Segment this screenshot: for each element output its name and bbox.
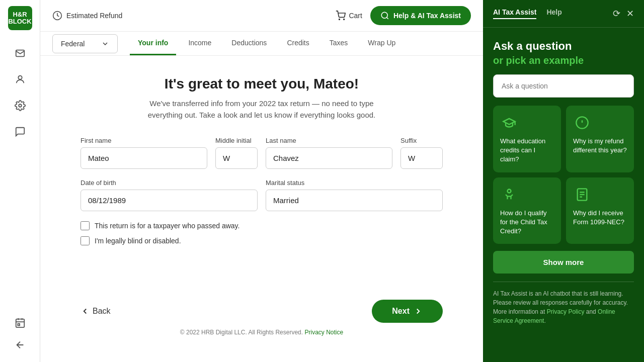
marital-value: Married	[273, 196, 299, 205]
help-ai-button[interactable]: Help & AI Tax Assist	[370, 6, 471, 25]
tab-help[interactable]: Help	[546, 8, 561, 19]
svg-rect-6	[18, 324, 20, 326]
right-panel: AI Tax Assist Help ⟳ ✕ Ask a question or…	[483, 0, 644, 362]
first-name-label: First name	[80, 137, 207, 144]
panel-divider	[493, 282, 634, 282]
next-button[interactable]: Next	[372, 300, 443, 323]
nav-buttons: Back Next	[80, 288, 443, 323]
ask-input[interactable]	[493, 74, 634, 98]
checkbox-blind-disabled[interactable]: I'm legally blind or disabled.	[80, 236, 443, 245]
marital-group: Marital status Married	[266, 179, 443, 211]
tab-credits[interactable]: Credits	[279, 32, 317, 55]
dob-label: Date of birth	[80, 179, 258, 187]
privacy-notice-link[interactable]: Privacy Notice	[304, 329, 343, 336]
graduation-icon	[500, 114, 518, 132]
tab-wrap-up[interactable]: Wrap Up	[360, 32, 404, 55]
collapse-icon[interactable]	[9, 334, 31, 356]
main-content: Estimated Refund Cart Help & AI Tax Assi…	[40, 0, 483, 362]
topbar: Estimated Refund Cart Help & AI Tax Assi…	[40, 0, 483, 32]
checkbox-passed-away-label: This return is for a taxpayer who passed…	[95, 222, 239, 230]
suffix-label: Suffix	[400, 137, 443, 144]
logo[interactable]: H&RBLOCK	[8, 6, 32, 30]
first-name-group: First name	[80, 137, 207, 169]
example-card-child-tax[interactable]: How do I qualify for the Child Tax Credi…	[493, 177, 561, 244]
checkbox-blind-disabled-label: I'm legally blind or disabled.	[95, 237, 181, 245]
page-title: It's great to meet you, Mateo!	[80, 76, 443, 92]
back-button[interactable]: Back	[80, 307, 111, 316]
form-row-name: First name Middle initial Last name Suff…	[80, 137, 443, 169]
marital-select[interactable]: Married	[266, 190, 443, 211]
example-card-child-tax-text: How do I qualify for the Child Tax Credi…	[500, 209, 554, 236]
show-more-button[interactable]: Show more	[493, 251, 634, 274]
estimated-refund: Estimated Refund	[52, 11, 122, 21]
form-row-dob-marital: Date of birth Marital status Married	[80, 179, 443, 211]
suffix-group: Suffix	[400, 137, 443, 169]
example-cards: What education credits can I claim? Why …	[493, 106, 634, 244]
last-name-input[interactable]	[266, 147, 392, 169]
panel-header: AI Tax Assist Help ⟳ ✕	[483, 0, 644, 28]
dob-input[interactable]	[80, 190, 258, 211]
ask-subtitle: or pick an example	[493, 55, 634, 66]
child-icon	[500, 186, 518, 204]
svg-point-10	[381, 12, 387, 18]
sidebar-item-chat[interactable]	[9, 121, 31, 143]
tab-income[interactable]: Income	[180, 32, 219, 55]
example-card-refund[interactable]: Why is my refund different this year?	[566, 106, 634, 172]
nav-tabs: Federal Your info Income Deductions Cred…	[40, 32, 483, 56]
example-card-education-text: What education credits can I claim?	[500, 137, 554, 164]
sidebar: H&RBLOCK	[0, 0, 40, 362]
example-card-1099[interactable]: Why did I receive Form 1099-NEC?	[566, 177, 634, 244]
topbar-actions: Cart Help & AI Tax Assist	[336, 6, 471, 25]
privacy-policy-link[interactable]: Privacy Policy	[547, 308, 585, 315]
middle-initial-group: Middle initial	[215, 137, 258, 169]
page-footer: © 2022 HRB Digital LLC. All Rights Reser…	[80, 323, 443, 342]
svg-point-9	[344, 19, 345, 20]
close-icon[interactable]: ✕	[626, 8, 634, 19]
svg-point-8	[339, 19, 340, 20]
checkbox-blind-disabled-input[interactable]	[80, 236, 90, 245]
middle-initial-input[interactable]	[215, 147, 258, 169]
sidebar-bottom	[9, 312, 31, 356]
checkbox-passed-away-input[interactable]	[80, 221, 90, 230]
suffix-input[interactable]	[400, 147, 443, 169]
middle-initial-label: Middle initial	[215, 137, 258, 144]
checkbox-group: This return is for a taxpayer who passed…	[80, 221, 443, 245]
tab-ai-tax-assist[interactable]: AI Tax Assist	[493, 8, 536, 19]
tab-taxes[interactable]: Taxes	[321, 32, 356, 55]
last-name-group: Last name	[266, 137, 392, 169]
panel-body: Ask a question or pick an example What e…	[483, 28, 644, 362]
cart-button[interactable]: Cart	[336, 11, 362, 21]
sidebar-item-documents[interactable]	[9, 42, 31, 64]
first-name-input[interactable]	[80, 147, 207, 169]
tab-your-info[interactable]: Your info	[130, 32, 176, 55]
panel-disclaimer: AI Tax Assist is an AI chatbot that is s…	[493, 289, 634, 325]
panel-header-icons: ⟳ ✕	[613, 8, 634, 19]
example-card-1099-text: Why did I receive Form 1099-NEC?	[573, 209, 627, 227]
svg-point-0	[18, 76, 22, 79]
example-card-education[interactable]: What education credits can I claim?	[493, 106, 561, 172]
ask-title: Ask a question	[493, 40, 634, 53]
refund-icon	[573, 114, 591, 132]
last-name-label: Last name	[266, 137, 392, 144]
tab-deductions[interactable]: Deductions	[223, 32, 275, 55]
example-card-refund-text: Why is my refund different this year?	[573, 137, 627, 155]
svg-point-12	[508, 189, 511, 193]
sidebar-item-settings[interactable]	[9, 95, 31, 117]
form-icon	[573, 186, 591, 204]
dob-group: Date of birth	[80, 179, 258, 211]
page-subtitle: We've transferred info from your 2022 ta…	[136, 98, 387, 121]
svg-point-1	[19, 104, 22, 107]
checkbox-passed-away[interactable]: This return is for a taxpayer who passed…	[80, 221, 443, 230]
sidebar-item-calendar[interactable]	[9, 312, 31, 334]
panel-tabs: AI Tax Assist Help	[493, 8, 562, 19]
history-icon[interactable]: ⟳	[613, 8, 620, 19]
sidebar-item-profile[interactable]	[9, 68, 31, 90]
marital-label: Marital status	[266, 179, 443, 187]
page-body: It's great to meet you, Mateo! We've tra…	[40, 56, 483, 362]
federal-dropdown[interactable]: Federal	[52, 34, 118, 53]
